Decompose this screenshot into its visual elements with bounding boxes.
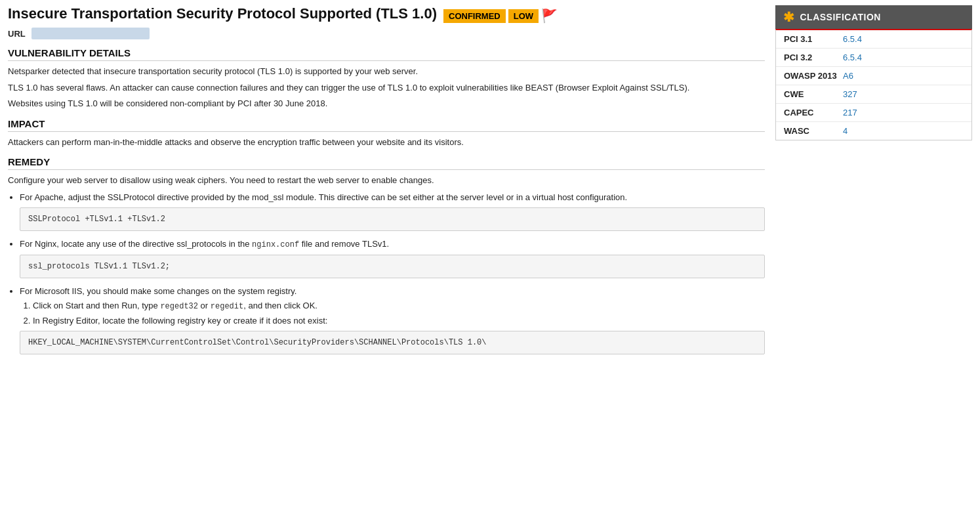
class-value[interactable]: 6.5.4 bbox=[843, 34, 862, 44]
classification-row: CAPEC217 bbox=[776, 104, 971, 122]
classification-title: CLASSIFICATION bbox=[800, 12, 881, 22]
remedy-bullet-iis: For Microsoft IIS, you should make some … bbox=[20, 285, 765, 354]
remedy-list: For Apache, adjust the SSLProtocol direc… bbox=[20, 191, 765, 355]
remedy-heading: REMEDY bbox=[8, 156, 765, 170]
remedy-code-nginx: ssl_protocols TLSv1.1 TLSv1.2; bbox=[20, 255, 765, 278]
vulnerability-details: Netsparker detected that insecure transp… bbox=[8, 65, 765, 110]
class-value[interactable]: 327 bbox=[843, 89, 857, 99]
vulnerability-heading: VULNERABILITY DETAILS bbox=[8, 47, 765, 61]
remedy-intro: Configure your web server to disallow us… bbox=[8, 174, 765, 187]
classification-row: OWASP 2013A6 bbox=[776, 67, 971, 85]
classification-body: PCI 3.16.5.4PCI 3.26.5.4OWASP 2013A6CWE3… bbox=[775, 29, 972, 140]
class-link[interactable]: 327 bbox=[843, 89, 857, 99]
remedy-text: Configure your web server to disallow us… bbox=[8, 174, 765, 187]
classification-row: PCI 3.26.5.4 bbox=[776, 49, 971, 67]
remedy-iis-step-1: Click on Start and then Run, type regedt… bbox=[33, 299, 765, 312]
class-link[interactable]: A6 bbox=[843, 71, 853, 81]
remedy-bullet-apache: For Apache, adjust the SSLProtocol direc… bbox=[20, 191, 765, 232]
main-content: Insecure Transportation Security Protoco… bbox=[8, 5, 765, 361]
class-label: CWE bbox=[784, 89, 843, 99]
class-label: CAPEC bbox=[784, 108, 843, 117]
remedy-iis-steps: Click on Start and then Run, type regedt… bbox=[33, 299, 765, 328]
class-value[interactable]: 4 bbox=[843, 126, 847, 136]
url-label: URL bbox=[8, 29, 26, 39]
impact-paragraph: Attackers can perform man-in-the-middle … bbox=[8, 136, 765, 149]
class-link[interactable]: 6.5.4 bbox=[843, 53, 862, 62]
badge-row: CONFIRMED LOW 🚩 bbox=[443, 8, 558, 24]
step1-prefix: Click on Start and then Run, type bbox=[33, 301, 160, 310]
impact-heading: IMPACT bbox=[8, 118, 765, 132]
flag-icon: 🚩 bbox=[541, 8, 558, 24]
remedy-iis-step-2: In Registry Editor, locate the following… bbox=[33, 314, 765, 328]
regedit-code: regedit bbox=[211, 302, 243, 311]
class-label: PCI 3.1 bbox=[784, 34, 843, 44]
step1-suffix: , and then click OK. bbox=[243, 301, 317, 310]
impact-text: Attackers can perform man-in-the-middle … bbox=[8, 136, 765, 149]
remedy-bullet-apache-text: For Apache, adjust the SSLProtocol direc… bbox=[20, 192, 627, 202]
page-title: Insecure Transportation Security Protoco… bbox=[8, 5, 437, 22]
class-label: OWASP 2013 bbox=[784, 71, 843, 81]
regedt32-code: regedt32 bbox=[160, 302, 198, 311]
vuln-text-1: Netsparker detected that insecure transp… bbox=[8, 65, 765, 78]
remedy-bullet-nginx: For Nginx, locate any use of the directi… bbox=[20, 238, 765, 278]
nginx-conf-code: nginx.conf bbox=[252, 240, 299, 249]
title-row: Insecure Transportation Security Protoco… bbox=[8, 5, 765, 24]
classification-row: PCI 3.16.5.4 bbox=[776, 30, 971, 49]
classification-row: WASC4 bbox=[776, 122, 971, 140]
step2-text: In Registry Editor, locate the following… bbox=[33, 316, 327, 326]
class-link[interactable]: 4 bbox=[843, 126, 847, 136]
vuln-text-3: Websites using TLS 1.0 will be considere… bbox=[8, 97, 765, 110]
remedy-code-apache: SSLProtocol +TLSv1.1 +TLSv1.2 bbox=[20, 207, 765, 231]
class-label: PCI 3.2 bbox=[784, 53, 843, 62]
vuln-text-2: TLS 1.0 has several flaws. An attacker c… bbox=[8, 81, 765, 95]
classification-panel: ✱ CLASSIFICATION PCI 3.16.5.4PCI 3.26.5.… bbox=[775, 5, 972, 140]
class-link[interactable]: 6.5.4 bbox=[843, 34, 862, 44]
remedy-code-registry: HKEY_LOCAL_MACHINE\SYSTEM\CurrentControl… bbox=[20, 331, 765, 354]
url-row: URL bbox=[8, 28, 765, 39]
classification-header: ✱ CLASSIFICATION bbox=[775, 5, 972, 29]
severity-badge: LOW bbox=[508, 9, 539, 23]
remedy-iis-text: For Microsoft IIS, you should make some … bbox=[20, 286, 296, 296]
class-value[interactable]: A6 bbox=[843, 71, 853, 81]
class-value[interactable]: 217 bbox=[843, 108, 857, 117]
remedy-nginx-suffix: file and remove TLSv1. bbox=[299, 239, 389, 249]
class-label: WASC bbox=[784, 126, 843, 136]
url-value bbox=[31, 28, 150, 39]
asterisk-icon: ✱ bbox=[783, 11, 795, 24]
confirmed-badge: CONFIRMED bbox=[443, 9, 506, 23]
class-value[interactable]: 6.5.4 bbox=[843, 53, 862, 62]
remedy-nginx-prefix: For Nginx, locate any use of the directi… bbox=[20, 239, 252, 249]
step1-middle: or bbox=[198, 301, 211, 310]
classification-row: CWE327 bbox=[776, 85, 971, 104]
class-link[interactable]: 217 bbox=[843, 108, 857, 117]
